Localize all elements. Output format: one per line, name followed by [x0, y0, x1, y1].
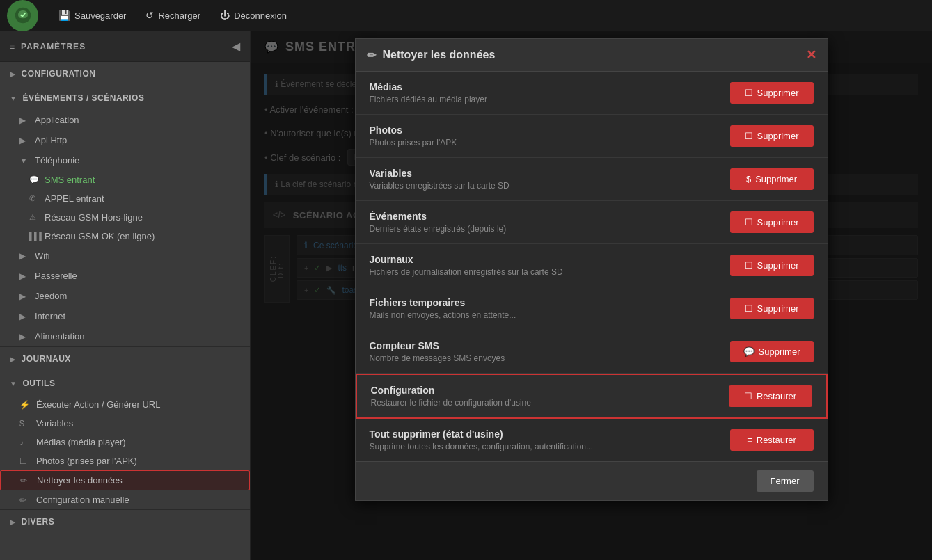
logout-icon: ⏻	[220, 10, 230, 21]
compteur-sms-delete-button[interactable]: 💬 Supprimer	[730, 341, 814, 362]
compteur-sms-desc: Nombre de messages SMS envoyés	[370, 353, 730, 363]
journaux-btn-icon: ☐	[745, 260, 753, 271]
evenements-title: Événements	[370, 211, 730, 222]
sidebar-header: ≡ PARAMÈTRES ◀	[0, 31, 250, 62]
section-outils: ▼ OUTILS ⚡ Éxecuter Action / Générer URL…	[0, 371, 250, 510]
arrow-icon: ▶	[19, 332, 29, 342]
dollar-icon: $	[19, 419, 31, 429]
sidebar-item-executer-action[interactable]: ⚡ Éxecuter Action / Générer URL	[0, 395, 250, 414]
modal-overlay: ✏ Nettoyer les données ✕ Médias Fichiers…	[251, 31, 932, 560]
photos-title: Photos	[370, 125, 730, 136]
sidebar-item-photos[interactable]: ☐ Photos (prises par l'APK)	[0, 451, 250, 470]
config-icon: ✏	[19, 495, 31, 505]
variables-desc: Variables enregistrées sur la carte SD	[370, 181, 730, 191]
variables-btn-icon: $	[746, 174, 751, 184]
logout-button[interactable]: ⏻ Déconnexion	[210, 4, 297, 26]
arrow-icon: ▶	[19, 251, 29, 261]
modal-header: ✏ Nettoyer les données ✕	[356, 39, 828, 72]
medias-delete-button[interactable]: ☐ Supprimer	[730, 82, 814, 104]
clean-row-variables: Variables Variables enregistrées sur la …	[356, 158, 828, 201]
photo-icon: ☐	[19, 456, 31, 466]
clean-row-fichiers-temp: Fichiers temporaires Mails non envoyés, …	[356, 287, 828, 330]
sidebar-item-application[interactable]: ▶ Application	[0, 110, 250, 130]
section-evenements: ▼ ÉVÉNEMENTS / SCÉNARIOS ▶ Application ▶…	[0, 86, 250, 347]
sidebar-item-config-manuelle[interactable]: ✏ Configuration manuelle	[0, 490, 250, 509]
arrow-icon: ▶	[19, 312, 29, 321]
medias-btn-icon: ☐	[745, 88, 753, 98]
sms-btn-icon: 💬	[743, 346, 755, 357]
sidebar-item-apihttp[interactable]: ▶ Api Http	[0, 130, 250, 150]
arrow-icon: ▶	[19, 291, 29, 301]
arrow-icon: ▶	[19, 271, 29, 281]
modal-close-footer-button[interactable]: Fermer	[757, 470, 814, 492]
sidebar-item-telephonie[interactable]: ▼ Téléphonie	[0, 150, 250, 170]
section-journaux-header[interactable]: ▶ JOURNAUX	[0, 347, 250, 371]
arrow-icon: ▼	[19, 156, 29, 166]
main-layout: ≡ PARAMÈTRES ◀ ▶ CONFIGURATION ▼ ÉVÉNEME…	[0, 31, 932, 560]
journaux-delete-button[interactable]: ☐ Supprimer	[730, 255, 814, 276]
save-icon: 💾	[58, 10, 70, 21]
settings-icon: ≡	[10, 42, 15, 51]
save-button[interactable]: 💾 Sauvegarder	[49, 4, 136, 26]
tout-supprimer-restore-button[interactable]: ≡ Restaurer	[730, 429, 814, 451]
sidebar-item-variables[interactable]: $ Variables	[0, 414, 250, 433]
medias-desc: Fichiers dédiés au média player	[370, 95, 730, 104]
compteur-sms-title: Compteur SMS	[370, 340, 730, 351]
restore-config-icon: ☐	[744, 391, 752, 401]
sidebar-item-gsm-online[interactable]: ▌▌▌ Réseau GSM OK (en ligne)	[0, 227, 250, 246]
warning-icon: ⚠	[29, 213, 39, 222]
sidebar-item-medias[interactable]: ♪ Médias (média player)	[0, 433, 250, 451]
sidebar-collapse-button[interactable]: ◀	[232, 40, 240, 53]
fichiers-temp-delete-button[interactable]: ☐ Supprimer	[730, 298, 814, 319]
clean-row-evenements: Événements Derniers états enregistrés (d…	[356, 201, 828, 244]
modal-title: ✏ Nettoyer les données	[367, 49, 496, 62]
arrow-icon: ▶	[19, 115, 29, 125]
journaux-desc: Fichiers de journalisation enregistrés s…	[370, 267, 730, 277]
reload-button[interactable]: ↺ Recharger	[136, 4, 210, 26]
section-journaux: ▶ JOURNAUX	[0, 347, 250, 371]
sidebar-item-wifi[interactable]: ▶ Wifi	[0, 246, 250, 266]
section-outils-header[interactable]: ▼ OUTILS	[0, 371, 250, 395]
bolt-icon: ⚡	[19, 400, 31, 410]
photos-desc: Photos prises par l'APK	[370, 138, 730, 147]
section-configuration-header[interactable]: ▶ CONFIGURATION	[0, 62, 250, 86]
sidebar-item-internet[interactable]: ▶ Internet	[0, 306, 250, 326]
variables-delete-button[interactable]: $ Supprimer	[730, 168, 814, 190]
arrow-icon: ▶	[10, 518, 16, 526]
photos-delete-button[interactable]: ☐ Supprimer	[730, 125, 814, 147]
content-area: 💬 SMS ENTRANT ℹ Événement se déclenchant…	[251, 31, 932, 560]
topbar: 💾 Sauvegarder ↺ Recharger ⏻ Déconnexion	[0, 0, 932, 31]
section-divers-header[interactable]: ▶ DIVERS	[0, 510, 250, 534]
arrow-icon: ▼	[10, 95, 17, 102]
clean-row-tout-supprimer: Tout supprimer (état d'usine) Supprime t…	[356, 419, 828, 461]
sidebar-item-jeedom[interactable]: ▶ Jeedom	[0, 286, 250, 306]
modal-nettoyer: ✏ Nettoyer les données ✕ Médias Fichiers…	[355, 38, 828, 501]
reload-icon: ↺	[145, 10, 154, 21]
configuration-restore-button[interactable]: ☐ Restaurer	[729, 385, 812, 407]
section-divers: ▶ DIVERS	[0, 510, 250, 534]
arrow-icon: ▼	[10, 380, 17, 387]
configuration-title: Configuration	[371, 385, 729, 396]
photos-btn-icon: ☐	[745, 131, 753, 141]
modal-body: Médias Fichiers dédiés au média player ☐…	[356, 72, 828, 461]
section-evenements-header[interactable]: ▼ ÉVÉNEMENTS / SCÉNARIOS	[0, 86, 250, 110]
modal-footer: Fermer	[356, 461, 828, 500]
phone-icon: ✆	[29, 194, 39, 203]
sidebar-item-nettoyer[interactable]: ✏ Nettoyer les données	[0, 470, 250, 490]
evenements-delete-button[interactable]: ☐ Supprimer	[730, 211, 814, 233]
clean-row-photos: Photos Photos prises par l'APK ☐ Supprim…	[356, 115, 828, 158]
evenements-btn-icon: ☐	[745, 217, 753, 227]
sidebar-item-passerelle[interactable]: ▶ Passerelle	[0, 266, 250, 286]
sidebar-item-appel-entrant[interactable]: ✆ APPEL entrant	[0, 189, 250, 208]
tout-supprimer-desc: Supprime toutes les données, configurati…	[370, 442, 730, 451]
fichiers-temp-desc: Mails non envoyés, actions en attente...	[370, 310, 730, 320]
section-configuration: ▶ CONFIGURATION	[0, 62, 250, 86]
clean-row-compteur-sms: Compteur SMS Nombre de messages SMS envo…	[356, 330, 828, 374]
configuration-desc: Restaurer le fichier de configuration d'…	[371, 398, 729, 408]
sidebar-item-alimentation[interactable]: ▶ Alimentation	[0, 326, 250, 346]
sidebar-item-sms-entrant[interactable]: 💬 SMS entrant	[0, 170, 250, 189]
evenements-desc: Derniers états enregistrés (depuis le)	[370, 224, 730, 234]
medias-title: Médias	[370, 81, 730, 93]
sidebar-item-gsm-offline[interactable]: ⚠ Réseau GSM Hors-ligne	[0, 208, 250, 227]
modal-close-button[interactable]: ✕	[806, 47, 816, 63]
